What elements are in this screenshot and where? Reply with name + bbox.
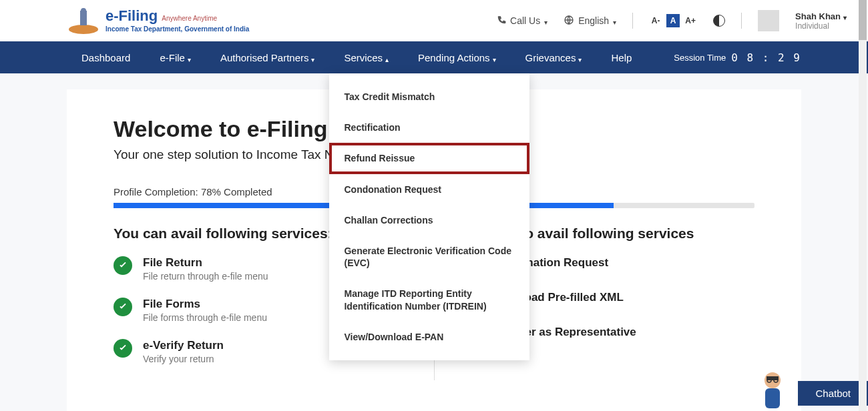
check-icon xyxy=(114,298,132,316)
top-right-controls: Call Us English A- A A+ Shah Khan Indivi… xyxy=(497,10,847,31)
services-dropdown: Tax Credit Mismatch Rectification Refund… xyxy=(329,73,529,360)
nav-label: Pending Actions xyxy=(418,52,490,63)
chevron-up-icon xyxy=(385,53,389,64)
phone-icon xyxy=(497,15,506,27)
user-menu[interactable]: Shah Khan xyxy=(795,11,847,21)
font-default-button[interactable]: A xyxy=(666,14,680,27)
chevron-down-icon xyxy=(544,16,548,27)
nav-grievances[interactable]: Grievances xyxy=(511,41,597,73)
emblem-icon xyxy=(67,7,100,35)
call-us-label: Call Us xyxy=(510,15,540,26)
contrast-toggle-icon[interactable] xyxy=(713,15,725,27)
service-desc: File forms through e-file menu xyxy=(143,312,267,323)
user-block: Shah Khan Individual xyxy=(795,11,847,31)
nav-dashboard[interactable]: Dashboard xyxy=(67,41,145,73)
vertical-scrollbar[interactable] xyxy=(859,0,867,411)
chevron-down-icon xyxy=(843,12,847,22)
service-title: File Return xyxy=(143,256,268,270)
dropdown-item-challan-corrections[interactable]: Challan Corrections xyxy=(329,205,529,236)
nav-help[interactable]: Help xyxy=(596,41,646,73)
dropdown-item-generate-evc[interactable]: Generate Electronic Verification Code (E… xyxy=(329,236,529,278)
dropdown-item-manage-itdrein[interactable]: Manage ITD Reporting Entity Identificati… xyxy=(329,278,529,321)
brand-tagline: Anywhere Anytime xyxy=(162,15,217,22)
nav-label: Grievances xyxy=(525,52,576,63)
top-header: e-Filing Anywhere Anytime Income Tax Dep… xyxy=(0,0,868,41)
brand-text: e-Filing Anywhere Anytime Income Tax Dep… xyxy=(105,9,249,33)
user-role-label: Individual xyxy=(795,21,847,31)
service-title: e-Verify Return xyxy=(143,339,224,352)
nav-services[interactable]: Services Tax Credit Mismatch Rectificati… xyxy=(329,41,403,73)
check-icon xyxy=(114,256,132,275)
nav-label: e-File xyxy=(160,52,185,63)
svg-point-2 xyxy=(81,8,86,13)
brand-logo[interactable]: e-Filing Anywhere Anytime Income Tax Dep… xyxy=(67,7,249,35)
nav-label: Dashboard xyxy=(81,52,130,63)
font-size-controls: A- A A+ xyxy=(649,14,697,27)
chevron-down-icon xyxy=(188,53,191,64)
svg-rect-5 xyxy=(765,388,780,408)
check-icon xyxy=(114,339,132,358)
chevron-down-icon xyxy=(311,53,314,64)
language-menu[interactable]: English xyxy=(564,15,616,27)
dropdown-item-view-epan[interactable]: View/Download E-PAN xyxy=(329,322,529,352)
chatbot-button[interactable]: Chatbot xyxy=(798,381,868,406)
svg-point-0 xyxy=(69,25,98,34)
session-timer: Session Time 0 8 : 2 9 xyxy=(674,51,801,64)
brand-title: e-Filing xyxy=(105,9,158,23)
chatbot-label: Chatbot xyxy=(815,388,851,399)
main-navbar: Dashboard e-File Authorised Partners Ser… xyxy=(0,41,868,73)
chatbot-avatar-icon xyxy=(757,370,788,411)
nav-label: Help xyxy=(611,52,632,63)
font-decrease-button[interactable]: A- xyxy=(649,14,662,27)
nav-efile[interactable]: e-File xyxy=(145,41,206,73)
chevron-down-icon xyxy=(493,53,496,64)
dropdown-item-tax-credit-mismatch[interactable]: Tax Credit Mismatch xyxy=(329,81,529,112)
service-title: File Forms xyxy=(143,298,267,311)
service-desc: File return through e-file menu xyxy=(143,271,268,282)
dropdown-item-refund-reissue[interactable]: Refund Reissue xyxy=(329,143,529,173)
user-name-label: Shah Khan xyxy=(795,11,841,21)
nav-authorised-partners[interactable]: Authorised Partners xyxy=(206,41,330,73)
dropdown-item-rectification[interactable]: Rectification xyxy=(329,112,529,143)
chevron-down-icon xyxy=(613,16,616,27)
avatar[interactable] xyxy=(758,10,779,31)
brand-subtitle: Income Tax Department, Government of Ind… xyxy=(105,26,249,33)
chevron-down-icon xyxy=(578,53,582,64)
divider xyxy=(741,13,742,29)
nav-label: Authorised Partners xyxy=(220,52,309,63)
font-increase-button[interactable]: A+ xyxy=(684,14,697,27)
scrollbar-thumb[interactable] xyxy=(859,0,867,40)
service-desc: Verify your return xyxy=(143,354,224,364)
dropdown-item-condonation-request[interactable]: Condonation Request xyxy=(329,174,529,205)
session-label: Session Time xyxy=(674,53,726,63)
call-us-menu[interactable]: Call Us xyxy=(497,15,548,27)
globe-icon xyxy=(564,15,574,27)
nav-label: Services xyxy=(344,52,383,63)
nav-pending-actions[interactable]: Pending Actions xyxy=(403,41,511,73)
divider xyxy=(632,13,633,29)
session-time-value: 0 8 : 2 9 xyxy=(731,51,801,64)
language-label: English xyxy=(578,15,609,26)
